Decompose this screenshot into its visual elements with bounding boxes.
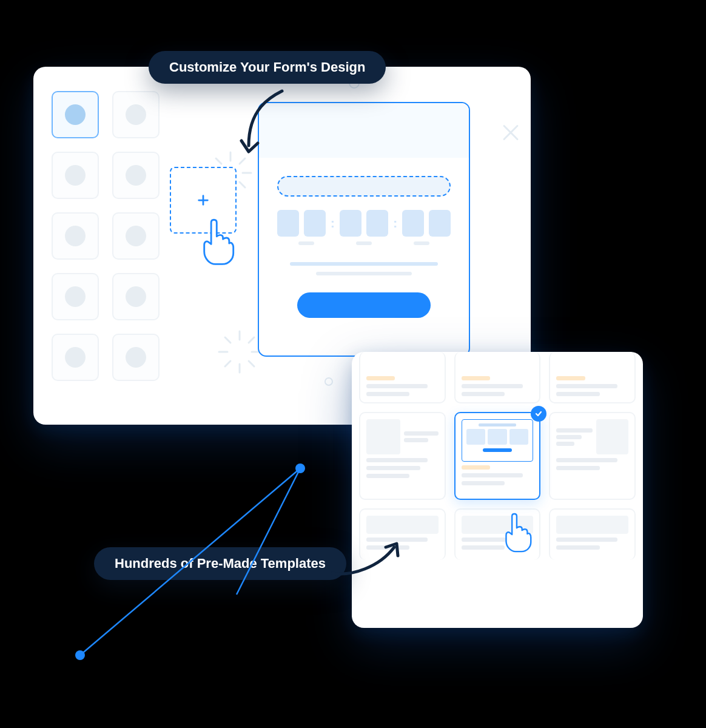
deco-circle	[324, 377, 333, 386]
template-thumb	[462, 419, 534, 462]
palette-option[interactable]	[52, 212, 99, 260]
template-card[interactable]	[549, 508, 636, 560]
template-card[interactable]	[359, 412, 446, 500]
timer-segment	[304, 210, 326, 237]
cta-button[interactable]	[297, 292, 431, 318]
templates-panel	[352, 352, 643, 628]
template-card[interactable]	[359, 352, 446, 403]
timer-row: : :	[277, 210, 451, 237]
svg-line-14	[249, 337, 254, 343]
palette-option[interactable]	[52, 91, 99, 138]
svg-line-3	[216, 158, 221, 164]
connector-dot	[295, 463, 305, 473]
svg-line-12	[249, 361, 254, 366]
template-card-selected[interactable]	[454, 412, 541, 500]
connector-dot	[75, 650, 85, 660]
template-card[interactable]	[454, 352, 541, 403]
palette-option[interactable]	[52, 273, 99, 320]
form-preview: : :	[258, 102, 470, 357]
design-palette	[52, 91, 191, 394]
template-card[interactable]	[549, 412, 636, 500]
add-element-button[interactable]	[170, 167, 237, 234]
timer-labels	[277, 241, 451, 245]
palette-option[interactable]	[52, 152, 99, 199]
timer-segment	[402, 210, 424, 237]
colon-icon: :	[393, 215, 397, 231]
svg-line-4	[240, 182, 245, 187]
check-icon	[531, 406, 546, 422]
text-line	[316, 272, 411, 275]
customize-label: Customize Your Form's Design	[149, 51, 386, 84]
deco-sparkle-icon	[215, 328, 264, 376]
svg-line-11	[225, 337, 230, 343]
timer-segment	[277, 210, 299, 237]
plus-icon	[197, 194, 210, 207]
svg-line-6	[240, 158, 245, 164]
deco-x-icon	[500, 121, 521, 142]
palette-option[interactable]	[112, 212, 160, 260]
timer-segment	[366, 210, 388, 237]
timer-segment	[340, 210, 361, 237]
svg-line-13	[225, 361, 230, 366]
colon-icon: :	[331, 215, 335, 231]
palette-option[interactable]	[112, 91, 160, 138]
form-title-field[interactable]	[277, 176, 451, 197]
palette-option[interactable]	[112, 334, 160, 381]
preview-header	[259, 103, 469, 158]
templates-label: Hundreds of Pre-Made Templates	[94, 547, 346, 580]
templates-label-text: Hundreds of Pre-Made Templates	[115, 556, 326, 571]
palette-option[interactable]	[112, 273, 160, 320]
template-card[interactable]	[454, 508, 541, 560]
customize-label-text: Customize Your Form's Design	[169, 59, 365, 75]
template-card[interactable]	[359, 508, 446, 560]
text-line	[290, 262, 437, 266]
template-card[interactable]	[549, 352, 636, 403]
palette-option[interactable]	[112, 152, 160, 199]
palette-option[interactable]	[52, 334, 99, 381]
timer-segment	[429, 210, 451, 237]
